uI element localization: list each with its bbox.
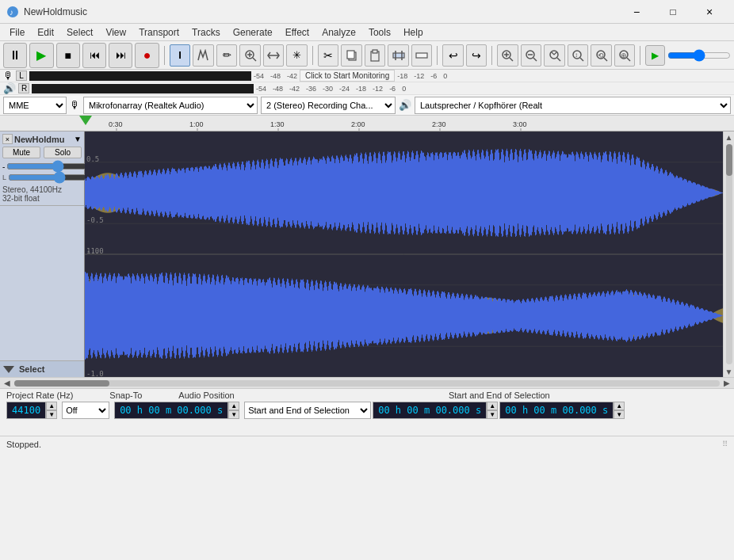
- sel-end-down[interactable]: ▼: [614, 410, 625, 419]
- envelope-tool[interactable]: [193, 44, 214, 67]
- menu-analyze[interactable]: Analyze: [315, 25, 362, 40]
- zoom-in-button[interactable]: [497, 44, 518, 67]
- click-to-monitor[interactable]: Click to Start Monitoring: [300, 70, 395, 82]
- paste-button[interactable]: [365, 44, 386, 67]
- menu-generate[interactable]: Generate: [227, 25, 279, 40]
- main-area: × NewHoldmu ▼ Mute Solo - + L R Stereo, …: [0, 131, 734, 377]
- vu-row-l: 🎙 L -54-48-42 Click to Start Monitoring …: [0, 70, 734, 82]
- speaker-icon[interactable]: 🔊: [3, 82, 16, 94]
- v-scroll-track: [726, 144, 732, 364]
- waveform-canvas[interactable]: [85, 131, 723, 377]
- zoom-sel-button[interactable]: ↕: [568, 44, 589, 67]
- svg-text:1:30: 1:30: [270, 120, 285, 128]
- v-scroll-thumb[interactable]: [726, 144, 732, 176]
- h-scroll-right[interactable]: ▶: [721, 378, 732, 389]
- mute-button[interactable]: Mute: [2, 147, 40, 158]
- menu-tracks[interactable]: Tracks: [185, 25, 227, 40]
- zoom-reset-button[interactable]: ⟲: [591, 44, 612, 67]
- sel-end-up[interactable]: ▲: [614, 402, 625, 410]
- undo-button[interactable]: ↩: [442, 44, 464, 67]
- record-button[interactable]: ●: [135, 43, 159, 68]
- rate-down-btn[interactable]: ▼: [46, 410, 57, 419]
- sel-start-up[interactable]: ▲: [487, 402, 498, 410]
- selection-tool[interactable]: I: [170, 44, 191, 67]
- sep5: [640, 46, 640, 65]
- menu-effect[interactable]: Effect: [279, 25, 315, 40]
- device-row: MME 🎙 Mikrofonarray (Realtek Audio) 2 (S…: [0, 95, 734, 116]
- draw-tool[interactable]: ✏: [216, 44, 238, 67]
- snap-to-label: Snap-To: [109, 390, 142, 400]
- gain-minus[interactable]: -: [2, 162, 5, 171]
- sep3: [437, 46, 438, 65]
- v-scroll-down[interactable]: ▼: [724, 366, 735, 377]
- h-scroll-track: [14, 380, 720, 387]
- stop-button[interactable]: ■: [56, 43, 80, 68]
- solo-button[interactable]: Solo: [44, 147, 82, 158]
- project-rate-display: 44100: [6, 402, 46, 419]
- trim-button[interactable]: [388, 44, 409, 67]
- channels-selector[interactable]: 2 (Stereo) Recording Cha...: [261, 97, 396, 114]
- menu-view[interactable]: View: [99, 25, 132, 40]
- menu-transport[interactable]: Transport: [132, 25, 185, 40]
- vu-l-label: L: [16, 70, 27, 81]
- track-close-btn[interactable]: ×: [2, 134, 13, 144]
- menu-edit[interactable]: Edit: [31, 25, 60, 40]
- menu-file[interactable]: File: [3, 25, 31, 40]
- redo-button[interactable]: ↪: [466, 44, 487, 67]
- audio-position-display: 00 h 00 m 00.000 s: [114, 402, 228, 419]
- pos-down-btn[interactable]: ▼: [228, 410, 239, 419]
- select-button[interactable]: Select: [19, 364, 44, 374]
- mic-device-icon: 🎙: [70, 99, 80, 111]
- h-scroll-left[interactable]: ◀: [2, 378, 13, 389]
- pos-up-btn[interactable]: ▲: [228, 402, 239, 410]
- svg-text:⟲: ⟲: [598, 51, 604, 59]
- zoom-fit-button[interactable]: [544, 44, 565, 67]
- selection-type-selector[interactable]: Start and End of Selection: [244, 402, 371, 419]
- svg-text:⊕: ⊕: [621, 51, 627, 59]
- input-device-selector[interactable]: Mikrofonarray (Realtek Audio): [83, 97, 258, 114]
- mic-icon[interactable]: 🎙: [3, 70, 13, 82]
- sel-start-down[interactable]: ▼: [487, 410, 498, 419]
- menu-select[interactable]: Select: [60, 25, 99, 40]
- track-name[interactable]: NewHoldmu: [14, 135, 72, 144]
- vu-scale-r-end: -18-12-60: [397, 72, 447, 80]
- multi-tool[interactable]: ✳: [286, 44, 308, 67]
- play-button[interactable]: ▶: [29, 43, 53, 68]
- svg-line-3: [253, 58, 256, 61]
- vu-meter-r: [32, 84, 254, 93]
- svg-text:1:00: 1:00: [189, 120, 204, 128]
- rate-up-btn[interactable]: ▲: [46, 402, 57, 410]
- skip-end-button[interactable]: ⏭: [109, 43, 132, 68]
- menu-help[interactable]: Help: [397, 25, 430, 40]
- track-info2: 32-bit float: [2, 194, 82, 203]
- h-scroll-thumb[interactable]: [14, 380, 109, 387]
- cut-button[interactable]: ✂: [318, 44, 339, 67]
- timeline-ticks: 0:30 1:00 1:30 2:00 2:30 3:00: [85, 116, 723, 131]
- menu-tools[interactable]: Tools: [362, 25, 397, 40]
- zoom-out-button[interactable]: [521, 44, 542, 67]
- track-collapse-triangle[interactable]: [3, 366, 14, 373]
- copy-button[interactable]: [341, 44, 362, 67]
- close-button[interactable]: ×: [691, 0, 728, 24]
- track-panel: × NewHoldmu ▼ Mute Solo - + L R Stereo, …: [0, 131, 85, 377]
- snap-to-selector[interactable]: Off: [62, 402, 109, 419]
- speed-slider[interactable]: [667, 49, 731, 62]
- minimize-button[interactable]: −: [618, 0, 655, 24]
- zoom-tool[interactable]: [239, 44, 261, 67]
- fit-project-button[interactable]: ⊕: [614, 44, 636, 67]
- play-at-speed-button[interactable]: ▶: [645, 45, 665, 66]
- svg-line-23: [557, 58, 560, 61]
- track-menu-arrow[interactable]: ▼: [74, 135, 82, 143]
- speaker-device-icon: 🔊: [399, 99, 411, 111]
- output-device-selector[interactable]: Lautsprecher / Kopfhörer (Realt: [415, 97, 731, 114]
- skip-start-button[interactable]: ⏮: [82, 43, 106, 68]
- v-scroll-up[interactable]: ▲: [724, 131, 735, 143]
- pause-button[interactable]: ⏸: [3, 43, 27, 68]
- api-selector[interactable]: MME: [3, 97, 67, 114]
- maximize-button[interactable]: □: [655, 0, 691, 24]
- waveform-container[interactable]: [85, 131, 723, 377]
- timeshift-tool[interactable]: [263, 44, 285, 67]
- track-header: × NewHoldmu ▼ Mute Solo - + L R Stereo, …: [0, 131, 84, 206]
- silence-button[interactable]: [411, 44, 433, 67]
- v-scrollbar: ▲ ▼: [723, 131, 734, 377]
